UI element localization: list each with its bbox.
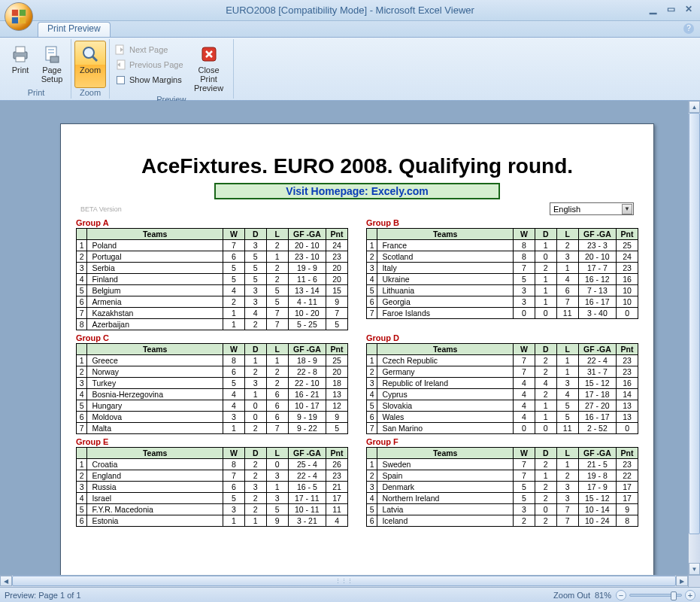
restore-button[interactable]: ▭ (664, 3, 677, 15)
col-l: L (556, 344, 578, 355)
cell-rank: 4 (77, 493, 87, 504)
cell-d: 2 (535, 355, 556, 366)
cell-w: 0 (513, 308, 535, 319)
page-setup-button[interactable]: Page Setup (36, 41, 68, 88)
col-w: W (223, 448, 244, 459)
printer-icon (11, 43, 30, 65)
next-page-button[interactable]: Next Page (113, 42, 188, 57)
col-l: L (266, 344, 288, 355)
vertical-scroll-thumb[interactable] (689, 113, 700, 534)
table-row: 5Latvia30710 - 149 (367, 504, 638, 515)
cell-w: 5 (223, 493, 244, 504)
cell-l: 6 (556, 285, 578, 296)
beta-version-text: BETA Version (80, 205, 122, 213)
cell-d: 1 (535, 470, 556, 482)
document-viewport[interactable]: AceFixtures. EURO 2008. Qualifying round… (0, 101, 688, 575)
zoom-percent: 81% (595, 591, 611, 600)
minimize-button[interactable]: ▁ (646, 3, 659, 15)
cell-gfga: 17 - 11 (288, 493, 326, 504)
cell-pnt: 23 (617, 459, 638, 470)
tab-print-preview[interactable]: Print Preview (38, 22, 111, 37)
table-row: 5Hungary40610 - 1712 (77, 400, 348, 412)
zoom-slider[interactable] (629, 594, 682, 597)
scroll-left-button[interactable]: ◀ (0, 576, 12, 586)
cell-gfga: 5 - 25 (288, 319, 326, 330)
zoom-slider-knob[interactable] (671, 591, 677, 600)
col-w: W (513, 229, 535, 240)
scroll-down-button[interactable]: ▼ (689, 563, 700, 575)
cell-pnt: 13 (617, 400, 638, 412)
horizontal-scroll-thumb[interactable]: ⋮⋮⋮ (12, 576, 676, 586)
svg-rect-8 (48, 49, 54, 50)
cell-pnt: 9 (326, 296, 348, 308)
cell-l: 7 (266, 423, 288, 434)
cell-l: 2 (556, 240, 578, 251)
zoom-plus-button[interactable]: + (685, 590, 695, 600)
language-select[interactable]: English ▼ (550, 202, 634, 215)
cell-pnt: 17 (326, 493, 348, 504)
standings-table: TeamsWDLGF -GAPnt1Greece81118 - 9252Norw… (76, 343, 348, 434)
cell-gfga: 10 - 14 (578, 504, 617, 515)
scroll-right-button[interactable]: ▶ (676, 576, 688, 586)
cell-gfga: 19 - 8 (578, 470, 617, 482)
horizontal-scrollbar[interactable]: ◀ ⋮⋮⋮ ▶ (0, 575, 688, 587)
table-row: 5F.Y.R. Macedonia32510 - 1111 (77, 504, 348, 515)
cell-pnt: 21 (326, 482, 348, 493)
cell-d: 5 (244, 263, 266, 274)
table-row: 6Iceland22710 - 248 (367, 515, 638, 527)
cell-w: 0 (513, 423, 535, 434)
cell-team: Belgium (87, 285, 223, 296)
zoom-out-label[interactable]: Zoom Out (553, 591, 590, 600)
zoom-button[interactable]: Zoom (74, 41, 106, 88)
cell-d: 3 (244, 482, 266, 493)
cell-rank: 5 (367, 285, 377, 296)
cell-d: 1 (535, 240, 556, 251)
cell-team: Ukraine (377, 274, 514, 285)
cell-l: 1 (266, 251, 288, 263)
cell-pnt: 16 (617, 274, 638, 285)
cell-rank: 6 (367, 515, 377, 527)
scroll-up-button[interactable]: ▲ (689, 101, 700, 113)
document-title: AceFixtures. EURO 2008. Qualifying round… (76, 154, 638, 178)
table-row: 6Georgia31716 - 1710 (367, 296, 638, 308)
cell-w: 2 (223, 296, 244, 308)
print-button[interactable]: Print (5, 41, 36, 88)
col-pnt: Pnt (326, 229, 348, 240)
office-button[interactable] (5, 2, 33, 31)
vertical-scrollbar[interactable]: ▲ ▼ (688, 101, 700, 575)
cell-l: 7 (556, 515, 578, 527)
cell-d: 2 (535, 366, 556, 378)
cell-team: Hungary (87, 400, 223, 412)
previous-page-button[interactable]: Previous Page (113, 57, 188, 72)
svg-rect-1 (20, 10, 26, 16)
standings-table: TeamsWDLGF -GAPnt1Czech Republic72122 - … (366, 343, 638, 434)
show-margins-toggle[interactable]: Show Margins (113, 72, 188, 87)
group-label: Group E (76, 437, 348, 446)
close-print-preview-button[interactable]: Close Print Preview (188, 41, 230, 95)
close-window-button[interactable]: ✕ (682, 3, 695, 15)
cell-d: 2 (535, 263, 556, 274)
cell-gfga: 16 - 21 (288, 389, 326, 400)
table-row: 3Italy72117 - 723 (367, 263, 638, 274)
col-w: W (223, 229, 244, 240)
cell-rank: 3 (77, 482, 87, 493)
cell-d: 0 (244, 412, 266, 423)
cell-l: 3 (556, 493, 578, 504)
cell-team: Turkey (87, 378, 223, 389)
table-row: 2Scotland80320 - 1024 (367, 251, 638, 263)
cell-l: 3 (556, 482, 578, 493)
table-row: 6Armenia2354 - 119 (77, 296, 348, 308)
cell-team: Faroe Islands (377, 308, 514, 319)
cell-d: 2 (244, 319, 266, 330)
col-pnt: Pnt (617, 229, 638, 240)
homepage-link[interactable]: Visit Homepage: Excely.com (214, 183, 500, 199)
cell-d: 2 (535, 515, 556, 527)
ribbon-group-preview: Next Page Previous Page Show Margins Clo… (110, 39, 234, 99)
help-button[interactable]: ? (683, 23, 694, 34)
cell-pnt: 17 (617, 482, 638, 493)
cell-team: F.Y.R. Macedonia (87, 504, 223, 515)
zoom-minus-button[interactable]: − (616, 590, 626, 600)
group-label: Group D (366, 333, 638, 342)
cell-pnt: 5 (326, 423, 348, 434)
cell-l: 7 (556, 504, 578, 515)
